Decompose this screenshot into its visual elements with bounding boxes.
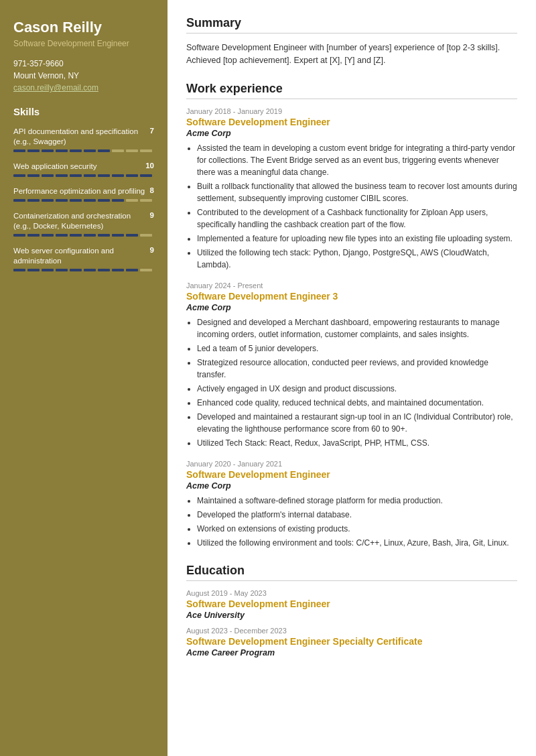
location: Mount Vernon, NY — [13, 71, 154, 80]
job-date: January 2018 - January 2019 — [186, 107, 517, 115]
bullet-item: Utilized the following tech stack: Pytho… — [197, 247, 517, 271]
edu-entry: August 2023 - December 2023Software Deve… — [186, 627, 517, 657]
skill-bar-segment — [27, 234, 40, 237]
job-company: Acme Corp — [186, 481, 517, 491]
bullet-item: Utilized the following environment and t… — [197, 537, 517, 549]
skill-item: Web application security10 — [13, 162, 154, 177]
bullet-item: Implemented a feature for uploading new … — [197, 233, 517, 245]
job-bullets: Designed and developed a Merchant dashbo… — [186, 316, 517, 449]
edu-institution: Ace University — [186, 611, 517, 620]
skill-bar-segment — [42, 199, 54, 202]
job-company: Acme Corp — [186, 129, 517, 138]
job-date: January 2024 - Present — [186, 281, 517, 290]
skill-bar-segment — [112, 174, 124, 177]
skill-bar-segment — [126, 199, 138, 202]
skills-section-title: Skills — [13, 106, 154, 117]
edu-entry: August 2019 - May 2023Software Developme… — [186, 589, 517, 620]
skill-bar-segment — [84, 174, 96, 177]
skill-bar-segment — [13, 174, 25, 177]
work-entry: January 2018 - January 2019Software Deve… — [186, 107, 517, 271]
skill-bar-segment — [56, 234, 68, 237]
skill-bar-segment — [126, 269, 138, 271]
skill-bar-segment — [70, 199, 82, 202]
skill-bar-segment — [42, 234, 54, 237]
skill-bar-segment — [98, 269, 110, 271]
skill-bar-segment — [56, 269, 68, 271]
work-entry: January 2024 - PresentSoftware Developme… — [186, 281, 517, 449]
skill-bar-segment — [27, 149, 40, 152]
work-entry: January 2020 - January 2021Software Deve… — [186, 460, 517, 549]
skill-bar-segment — [56, 174, 68, 177]
skill-name: Containerization and orchestration (e.g.… — [13, 211, 150, 231]
skill-bar-segment — [126, 149, 138, 152]
work-section: Work experience January 2018 - January 2… — [186, 82, 517, 549]
job-title: Software Development Engineer — [186, 469, 517, 480]
skill-bar-segment — [84, 149, 96, 152]
skill-bar-segment — [112, 234, 124, 237]
skill-bar-segment — [13, 199, 25, 202]
bullet-item: Assisted the team in developing a custom… — [197, 142, 517, 178]
email: cason.reilly@email.com — [13, 83, 154, 92]
job-title: Software Development Engineer 3 — [186, 291, 517, 302]
skill-bar-segment — [140, 269, 152, 271]
skill-name: Web server configuration and administrat… — [13, 246, 150, 266]
skill-bar-segment — [27, 199, 40, 202]
skill-bar-segment — [56, 199, 68, 202]
skill-bar — [13, 269, 154, 271]
job-date: January 2020 - January 2021 — [186, 460, 517, 468]
skill-bar-segment — [84, 234, 96, 237]
bullet-item: Worked on extensions of existing product… — [197, 523, 517, 535]
skill-score: 9 — [150, 211, 154, 219]
skill-bar — [13, 234, 154, 237]
skill-bar-segment — [84, 199, 96, 202]
skill-bar — [13, 149, 154, 152]
bullet-item: Strategized resource allocation, conduct… — [197, 357, 517, 381]
bullet-item: Developed the platform's internal databa… — [197, 509, 517, 521]
bullet-item: Utilized Tech Stack: React, Redux, JavaS… — [197, 437, 517, 449]
skill-score: 9 — [150, 246, 154, 254]
edu-date: August 2019 - May 2023 — [186, 589, 517, 597]
job-company: Acme Corp — [186, 303, 517, 312]
skill-bar-segment — [42, 174, 54, 177]
summary-text: Software Development Engineer with [numb… — [186, 42, 517, 67]
skill-bar-segment — [98, 199, 110, 202]
summary-title: Summary — [186, 16, 517, 34]
skill-bar-segment — [70, 269, 82, 271]
skill-item: Web server configuration and administrat… — [13, 246, 154, 271]
education-title: Education — [186, 564, 517, 581]
bullet-item: Maintained a software-defined storage pl… — [197, 495, 517, 507]
bullet-item: Actively engaged in UX design and produc… — [197, 383, 517, 395]
skill-item: Performance optimization and profiling8 — [13, 186, 154, 202]
summary-section: Summary Software Development Engineer wi… — [186, 16, 517, 67]
edu-container: August 2019 - May 2023Software Developme… — [186, 589, 517, 657]
job-bullets: Assisted the team in developing a custom… — [186, 142, 517, 271]
skill-bar-segment — [56, 149, 68, 152]
edu-title: Software Development Engineer — [186, 598, 517, 609]
candidate-title: Software Development Engineer — [13, 39, 154, 48]
jobs-container: January 2018 - January 2019Software Deve… — [186, 107, 517, 549]
job-bullets: Maintained a software-defined storage pl… — [186, 495, 517, 549]
bullet-item: Enhanced code quality, reduced technical… — [197, 397, 517, 409]
edu-institution: Acme Career Program — [186, 648, 517, 657]
skill-bar-segment — [98, 174, 110, 177]
skill-bar-segment — [70, 149, 82, 152]
skill-score: 10 — [145, 162, 154, 170]
skill-bar-segment — [70, 174, 82, 177]
skill-bar-segment — [140, 199, 152, 202]
candidate-name: Cason Reilly — [13, 19, 154, 36]
skill-bar-segment — [42, 269, 54, 271]
skill-bar-segment — [84, 269, 96, 271]
skill-score: 7 — [150, 127, 154, 135]
skill-bar-segment — [126, 234, 138, 237]
skill-bar-segment — [42, 149, 54, 152]
skill-name: API documentation and specification (e.g… — [13, 127, 150, 147]
skill-bar-segment — [13, 234, 25, 237]
skills-list: API documentation and specification (e.g… — [13, 127, 154, 271]
skill-bar — [13, 174, 154, 177]
bullet-item: Led a team of 5 junior developers. — [197, 342, 517, 355]
bullet-item: Developed and maintained a restaurant si… — [197, 411, 517, 435]
skill-item: API documentation and specification (e.g… — [13, 127, 154, 152]
main-content: Summary Software Development Engineer wi… — [168, 0, 536, 756]
skill-item: Containerization and orchestration (e.g.… — [13, 211, 154, 237]
job-title: Software Development Engineer — [186, 117, 517, 127]
